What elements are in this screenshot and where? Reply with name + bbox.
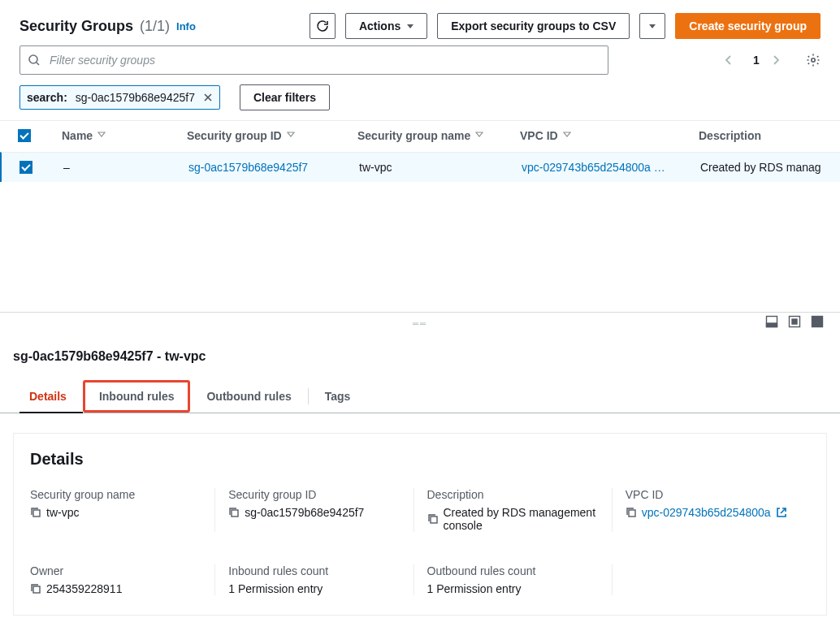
page-number: 1 bbox=[749, 54, 764, 67]
copy-icon[interactable] bbox=[30, 507, 41, 518]
create-security-group-button[interactable]: Create security group bbox=[675, 13, 821, 39]
page-count: (1/1) bbox=[140, 18, 170, 35]
actions-label: Actions bbox=[359, 19, 401, 32]
caret-down-icon bbox=[649, 24, 656, 28]
field-outbound-count-value: 1 Permission entry bbox=[427, 582, 522, 595]
refresh-button[interactable] bbox=[310, 13, 336, 39]
filter-chip-key: search: bbox=[27, 91, 67, 104]
row-checkbox[interactable] bbox=[19, 161, 32, 174]
cell-desc: Created by RDS manag bbox=[700, 161, 830, 174]
field-sgid-label: Security group ID bbox=[228, 488, 400, 501]
tab-tags[interactable]: Tags bbox=[309, 380, 367, 413]
layout-full-icon[interactable] bbox=[811, 315, 824, 328]
column-header-vpc[interactable]: VPC ID bbox=[520, 129, 571, 142]
filter-chip-close-icon[interactable] bbox=[203, 93, 213, 102]
export-caret-button[interactable] bbox=[639, 13, 665, 39]
tab-inbound-rules[interactable]: Inbound rules bbox=[83, 380, 191, 413]
clear-filters-button[interactable]: Clear filters bbox=[240, 84, 330, 110]
svg-rect-3 bbox=[767, 323, 777, 327]
field-inbound-count-value: 1 Permission entry bbox=[228, 582, 323, 595]
svg-rect-6 bbox=[812, 317, 823, 327]
svg-rect-8 bbox=[232, 510, 238, 516]
field-inbound-count-label: Inbound rules count bbox=[228, 564, 400, 577]
search-icon bbox=[28, 54, 41, 67]
field-owner-value: 254359228911 bbox=[46, 582, 122, 595]
layout-side-icon[interactable] bbox=[788, 315, 801, 328]
svg-rect-11 bbox=[33, 586, 40, 593]
export-button[interactable]: Export security groups to CSV bbox=[437, 13, 630, 39]
table-row[interactable]: – sg-0ac1579b68e9425f7 tw-vpc vpc-029743… bbox=[0, 152, 840, 182]
svg-rect-10 bbox=[629, 510, 635, 516]
cell-name: – bbox=[50, 161, 188, 174]
svg-rect-9 bbox=[431, 516, 437, 523]
copy-icon[interactable] bbox=[427, 513, 439, 525]
security-groups-table: Name Security group ID Security group na… bbox=[0, 120, 840, 182]
column-header-sgname[interactable]: Security group name bbox=[357, 129, 483, 142]
copy-icon[interactable] bbox=[30, 583, 41, 594]
filter-chip[interactable]: search: sg-0ac1579b68e9425f7 bbox=[19, 85, 220, 110]
caret-down-icon bbox=[407, 24, 414, 28]
cell-sgid-link[interactable]: sg-0ac1579b68e9425f7 bbox=[188, 161, 308, 174]
svg-point-1 bbox=[812, 58, 815, 62]
column-header-desc[interactable]: Description bbox=[699, 129, 761, 142]
detail-panel-title: Details bbox=[14, 434, 826, 488]
actions-button[interactable]: Actions bbox=[345, 13, 427, 39]
svg-rect-7 bbox=[33, 510, 40, 516]
settings-button[interactable] bbox=[806, 53, 821, 67]
layout-bottom-icon[interactable] bbox=[765, 315, 778, 328]
filter-chip-value: sg-0ac1579b68e9425f7 bbox=[76, 91, 195, 104]
next-page-button[interactable] bbox=[772, 54, 788, 67]
field-sgid-value: sg-0ac1579b68e9425f7 bbox=[245, 506, 364, 519]
field-desc-value: Created by RDS management console bbox=[444, 506, 599, 532]
page-title: Security Groups bbox=[19, 18, 133, 35]
detail-title: sg-0ac1579b68e9425f7 - tw-vpc bbox=[0, 335, 840, 380]
select-all-checkbox[interactable] bbox=[18, 129, 31, 142]
svg-rect-5 bbox=[792, 319, 797, 324]
field-desc-label: Description bbox=[427, 488, 599, 501]
svg-point-0 bbox=[29, 55, 37, 63]
column-header-name[interactable]: Name bbox=[62, 129, 106, 142]
info-link[interactable]: Info bbox=[176, 20, 196, 32]
field-owner-label: Owner bbox=[30, 564, 201, 577]
field-outbound-count-label: Outbound rules count bbox=[427, 564, 599, 577]
field-sgname-value: tw-vpc bbox=[46, 506, 79, 519]
filter-input[interactable] bbox=[19, 45, 608, 75]
copy-icon[interactable] bbox=[626, 507, 637, 518]
cell-sgname: tw-vpc bbox=[359, 161, 522, 174]
clear-filters-label: Clear filters bbox=[253, 91, 316, 104]
field-vpc-link[interactable]: vpc-029743b65d254800a bbox=[642, 506, 771, 519]
tab-details[interactable]: Details bbox=[13, 380, 83, 413]
create-label: Create security group bbox=[689, 19, 807, 32]
column-header-sgid[interactable]: Security group ID bbox=[187, 129, 295, 142]
tab-outbound-rules[interactable]: Outbound rules bbox=[190, 380, 307, 413]
field-vpc-label: VPC ID bbox=[626, 488, 797, 501]
export-label: Export security groups to CSV bbox=[451, 19, 616, 32]
copy-icon[interactable] bbox=[228, 507, 240, 518]
cell-vpc-link[interactable]: vpc-029743b65d254800a … bbox=[522, 161, 665, 174]
external-link-icon[interactable] bbox=[776, 507, 787, 518]
prev-page-button[interactable] bbox=[725, 54, 741, 67]
refresh-icon bbox=[316, 19, 329, 32]
splitter-handle[interactable]: ══ bbox=[0, 313, 840, 335]
field-sgname-label: Security group name bbox=[30, 488, 201, 501]
